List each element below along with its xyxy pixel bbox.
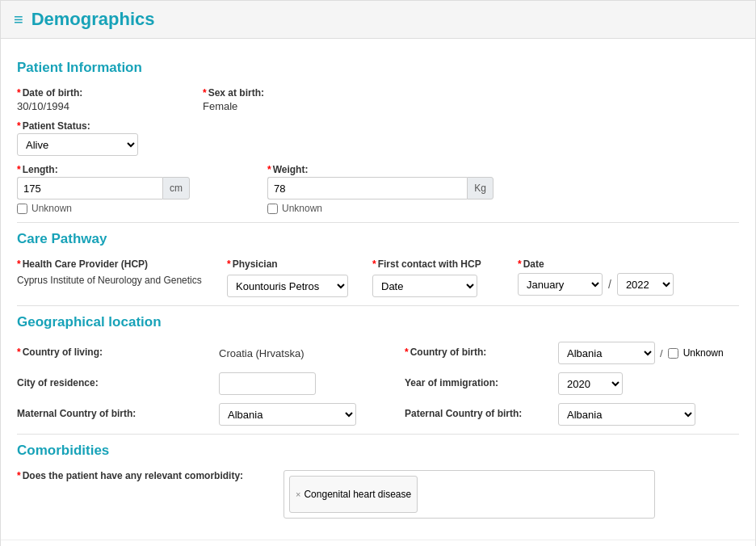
patient-information-section: Patient Information *Date of birth: 30/1… [17,60,739,214]
page-footer: ✕ Cancel 💾 Save [1,540,755,546]
care-pathway-title: Care Pathway [17,231,739,247]
living-value: Croatia (Hrvatska) [219,347,397,359]
physician-select[interactable]: Kountouris Petros [227,275,348,297]
col-birth: *Country of birth: [405,346,550,359]
dob-group: *Date of birth: 30/10/1994 [17,87,195,112]
comorbidity-question-label: *Does the patient have any relevant como… [17,470,267,481]
first-contact-label: *First contact with HCP [372,258,518,270]
dob-label: *Date of birth: [17,87,195,99]
country-of-birth-select[interactable]: Albania Croatia (Hrvatska) Cyprus Greece [558,342,655,364]
length-input[interactable] [17,177,162,200]
date-label: *Date [518,258,695,270]
immigration-label-col: Year of immigration: [405,377,550,390]
comorbidity-tag: × Congenital heart disease [289,476,418,513]
col-birth-label: *Country of birth: [405,346,550,358]
geo-row-3: Maternal Country of birth: Albania Croat… [17,403,739,426]
maternal-label-col: Maternal Country of birth: [17,408,211,421]
length-weight-row: *Length: cm Unknown *Weight: [17,164,739,214]
birth-value-group: Albania Croatia (Hrvatska) Cyprus Greece… [558,342,724,364]
sex-group: *Sex at birth: Female [203,87,445,112]
length-unit: cm [162,177,190,200]
immigration-select-col: 2020 2021 2022 [558,372,623,395]
weight-label: *Weight: [267,164,494,175]
comorbidities-section: Comorbidities *Does the patient have any… [17,443,739,519]
physician-col: *Physician Kountouris Petros [227,258,372,297]
weight-unknown-row: Unknown [267,203,494,214]
maternal-label: Maternal Country of birth: [17,408,211,419]
city-input[interactable] [219,372,316,395]
city-label: City of residence: [17,377,211,388]
sex-label: *Sex at birth: [203,87,445,99]
date-month-select[interactable]: January February March April May June Ju… [518,273,603,296]
maternal-country-select[interactable]: Albania Croatia (Hrvatska) Cyprus [219,403,356,426]
care-pathway-section: Care Pathway *Health Care Provider (HCP)… [17,231,739,297]
length-input-group: cm [17,177,227,200]
page-header: ≡ Demographics [1,1,755,39]
comorbidity-question-group: *Does the patient have any relevant como… [17,470,267,483]
immigration-year-select[interactable]: 2020 2021 2022 [558,372,623,395]
patient-status-select[interactable]: Alive Deceased Lost to follow-up [17,133,138,156]
tag-label: Congenital heart disease [304,489,411,500]
sex-value: Female [203,100,445,112]
length-group: *Length: cm Unknown [17,164,227,214]
birth-unknown-label: Unknown [683,347,724,359]
paternal-label-col: Paternal Country of birth: [405,408,550,421]
comorbidity-field[interactable]: × Congenital heart disease [284,470,655,519]
hcp-col: *Health Care Provider (HCP) Cyprus Insti… [17,258,227,286]
paternal-country-select[interactable]: Albania Croatia (Hrvatska) Cyprus [558,403,695,426]
tag-remove-icon[interactable]: × [296,489,300,499]
birth-sep: / [660,347,663,359]
geo-section: Geographical location *Country of living… [17,314,739,426]
date-col: *Date January February March April May J… [518,258,695,296]
length-unknown-label: Unknown [32,203,72,214]
date-year-select[interactable]: 2020 2021 2022 2023 2024 [617,273,674,296]
weight-input-group: Kg [267,177,494,200]
geo-title: Geographical location [17,314,739,330]
comorbidities-title: Comorbidities [17,443,739,459]
patient-information-title: Patient Information [17,60,739,76]
maternal-select-col: Albania Croatia (Hrvatska) Cyprus [219,403,397,426]
geo-row-2: City of residence: Year of immigration: … [17,372,739,395]
hcp-label: *Health Care Provider (HCP) [17,258,227,270]
date-sep: / [606,273,614,296]
page-title: Demographics [32,9,155,30]
patient-status-label: *Patient Status: [17,120,195,132]
dob-sex-row: *Date of birth: 30/10/1994 *Sex at birth… [17,87,739,112]
care-pathway-headers: *Health Care Provider (HCP) Cyprus Insti… [17,258,739,297]
comorbidity-row: *Does the patient have any relevant como… [17,470,739,519]
first-contact-col: *First contact with HCP Date [372,258,518,297]
col-living: *Country of living: [17,346,211,359]
date-selects: January February March April May June Ju… [518,273,695,296]
paternal-label: Paternal Country of birth: [405,408,550,419]
length-unknown-checkbox[interactable] [17,204,27,214]
physician-label: *Physician [227,258,372,270]
weight-unit: Kg [467,177,494,200]
dob-value: 30/10/1994 [17,100,195,112]
length-label: *Length: [17,164,227,175]
immigration-label: Year of immigration: [405,377,550,388]
birth-unknown-checkbox[interactable] [668,348,678,359]
city-input-col [219,372,397,395]
col-living-label: *Country of living: [17,346,211,358]
length-unknown-row: Unknown [17,203,227,214]
weight-unknown-label: Unknown [282,203,322,214]
hcp-value: Cyprus Institute of Neurology and Geneti… [17,275,227,286]
menu-icon: ≡ [14,10,23,29]
city-label-col: City of residence: [17,377,211,390]
paternal-select-col: Albania Croatia (Hrvatska) Cyprus [558,403,695,426]
geo-row-1: *Country of living: Croatia (Hrvatska) *… [17,342,739,364]
weight-input[interactable] [267,177,467,200]
weight-unknown-checkbox[interactable] [267,204,278,214]
patient-status-row: *Patient Status: Alive Deceased Lost to … [17,120,739,156]
weight-group: *Weight: Kg Unknown [267,164,494,214]
first-contact-select[interactable]: Date [372,275,477,297]
patient-status-group: *Patient Status: Alive Deceased Lost to … [17,120,195,156]
